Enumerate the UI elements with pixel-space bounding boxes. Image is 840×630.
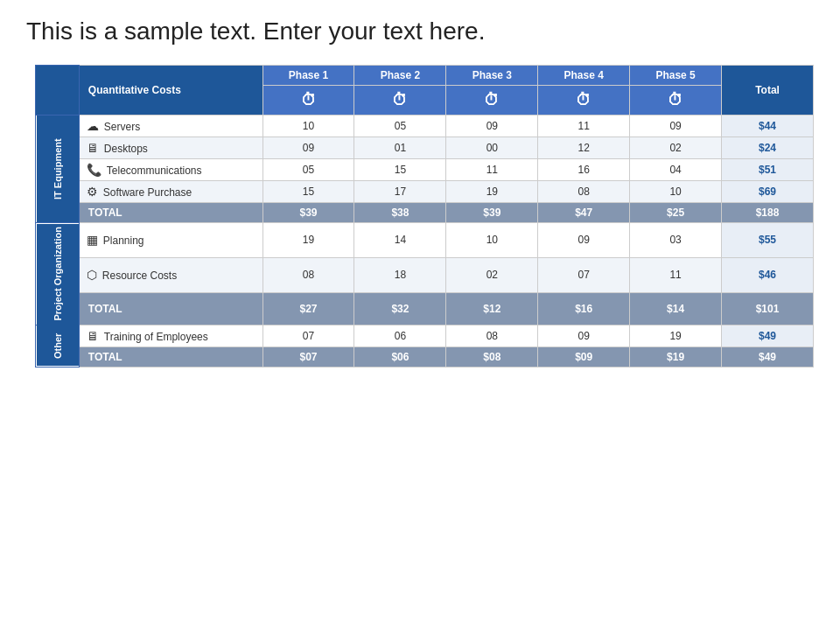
section-label-project-org: Project Organization (36, 223, 80, 326)
item-name: ⚙Software Purchase (79, 181, 262, 203)
item-icon: 📞 (87, 163, 102, 177)
total-phase-value: $39 (446, 203, 538, 223)
section-total-row: TOTAL$27$32$12$16$14$101 (36, 292, 814, 325)
phase-value: 02 (630, 137, 722, 159)
item-icon: ▦ (87, 233, 98, 247)
total-phase-value: $06 (354, 346, 446, 367)
row-total: $51 (722, 159, 814, 181)
phase-value: 19 (446, 181, 538, 203)
section-total-row: TOTAL$39$38$39$47$25$188 (36, 203, 814, 223)
item-name: 🖥Training of Employees (79, 325, 262, 346)
phase-value: 11 (446, 159, 538, 181)
row-total: $46 (722, 257, 814, 292)
phase-value: 09 (538, 325, 630, 346)
total-phase-value: $16 (538, 292, 630, 325)
phase-value: 03 (630, 223, 722, 258)
total-phase-value: $32 (354, 292, 446, 325)
phase-value: 11 (630, 257, 722, 292)
col-header-phase3: Phase 3 (446, 66, 538, 86)
section-grand-total: $101 (722, 292, 814, 325)
phase-value: 04 (630, 159, 722, 181)
phase-value: 01 (354, 137, 446, 159)
phase-value: 09 (446, 116, 538, 137)
total-phase-value: $25 (630, 203, 722, 223)
item-icon: ⬡ (87, 268, 97, 282)
phase-value: 14 (354, 223, 446, 258)
row-total: $55 (722, 223, 814, 258)
phase5-icon: ⏱ (630, 86, 722, 116)
row-total: $44 (722, 116, 814, 137)
phase-value: 16 (538, 159, 630, 181)
page-title: This is a sample text. Enter your text h… (26, 18, 814, 46)
total-phase-value: $09 (538, 346, 630, 367)
total-phase-value: $19 (630, 346, 722, 367)
phase-value: 09 (262, 137, 354, 159)
header-row-phases: Quantitative Costs Phase 1 Phase 2 Phase… (36, 66, 814, 86)
cost-table: Quantitative Costs Phase 1 Phase 2 Phase… (35, 65, 814, 368)
phase4-icon: ⏱ (538, 86, 630, 116)
item-icon: 🖥 (87, 141, 99, 155)
col-header-quant: Quantitative Costs (79, 66, 262, 116)
table-row: Other🖥Training of Employees0706080919$49 (36, 325, 814, 346)
row-total: $24 (722, 137, 814, 159)
phase-value: 10 (446, 223, 538, 258)
table-row: Project Organization▦Planning1914100903$… (36, 223, 814, 258)
total-phase-value: $07 (262, 346, 354, 367)
item-name: 📞Telecommunications (79, 159, 262, 181)
item-name: 🖥Desktops (79, 137, 262, 159)
total-phase-value: $12 (446, 292, 538, 325)
table-row: ⚙Software Purchase1517190810$69 (36, 181, 814, 203)
item-name: ⬡Resource Costs (79, 257, 262, 292)
phase-value: 08 (262, 257, 354, 292)
section-grand-total: $49 (722, 346, 814, 367)
total-phase-value: $27 (262, 292, 354, 325)
phase-value: 08 (446, 325, 538, 346)
phase-value: 05 (262, 159, 354, 181)
phase-value: 18 (354, 257, 446, 292)
item-name: ▦Planning (79, 223, 262, 258)
row-total: $69 (722, 181, 814, 203)
phase-value: 10 (262, 116, 354, 137)
table-row: 🖥Desktops0901001202$24 (36, 137, 814, 159)
table-wrapper: Quantitative Costs Phase 1 Phase 2 Phase… (35, 65, 814, 368)
item-name: ☁Servers (79, 116, 262, 137)
phase-value: 07 (262, 325, 354, 346)
phase-value: 09 (630, 116, 722, 137)
col-header-phase2: Phase 2 (354, 66, 446, 86)
phase-value: 02 (446, 257, 538, 292)
phase2-icon: ⏱ (354, 86, 446, 116)
total-phase-value: $08 (446, 346, 538, 367)
total-label: TOTAL (79, 292, 262, 325)
section-label-it-equipment: IT Equipment (36, 116, 80, 223)
item-icon: 🖥 (87, 329, 99, 343)
phase1-icon: ⏱ (262, 86, 354, 116)
col-header-phase4: Phase 4 (538, 66, 630, 86)
phase-value: 15 (262, 181, 354, 203)
col-header-total: Total (722, 66, 814, 116)
total-label: TOTAL (79, 346, 262, 367)
col-header-phase5: Phase 5 (630, 66, 722, 86)
total-phase-value: $47 (538, 203, 630, 223)
item-icon: ☁ (87, 119, 99, 133)
phase-value: 05 (354, 116, 446, 137)
phase-value: 00 (446, 137, 538, 159)
phase-value: 11 (538, 116, 630, 137)
total-phase-value: $39 (262, 203, 354, 223)
phase-value: 06 (354, 325, 446, 346)
table-row: ⬡Resource Costs0818020711$46 (36, 257, 814, 292)
table-row: 📞Telecommunications0515111604$51 (36, 159, 814, 181)
row-total: $49 (722, 325, 814, 346)
phase-value: 19 (262, 223, 354, 258)
phase-value: 08 (538, 181, 630, 203)
phase-value: 10 (630, 181, 722, 203)
total-phase-value: $38 (354, 203, 446, 223)
item-icon: ⚙ (87, 185, 98, 199)
total-label: TOTAL (79, 203, 262, 223)
phase-value: 19 (630, 325, 722, 346)
section-grand-total: $188 (722, 203, 814, 223)
phase-value: 12 (538, 137, 630, 159)
phase-value: 07 (538, 257, 630, 292)
section-label-other: Other (36, 325, 80, 367)
table-row: IT Equipment☁Servers1005091109$44 (36, 116, 814, 137)
total-phase-value: $14 (630, 292, 722, 325)
